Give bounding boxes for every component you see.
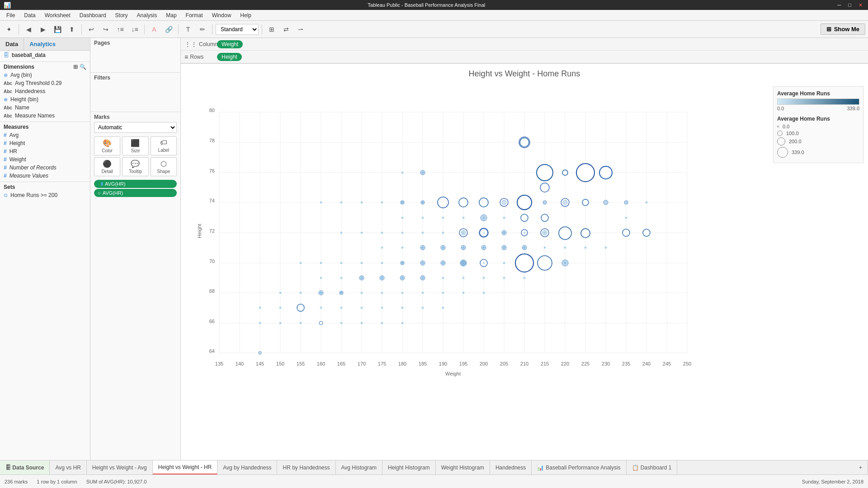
dot-big-far-right [599, 166, 612, 179]
dim-search-icon[interactable]: 🔍 [80, 64, 86, 70]
minimize-btn[interactable]: ─ [836, 2, 843, 8]
avg-hr-color-pill[interactable]: AVG(HR) [94, 180, 177, 188]
dot [340, 307, 342, 309]
menu-dashboard[interactable]: Dashboard [76, 11, 110, 19]
y-label-64: 64 [209, 348, 215, 354]
tab-height-weight-hr[interactable]: Height vs Weight - HR [153, 460, 217, 474]
close-btn[interactable]: ✕ [857, 2, 864, 8]
sort-asc-btn[interactable]: ↑≡ [114, 23, 127, 36]
measure-hr[interactable]: # HR [0, 147, 90, 155]
annotate-btn[interactable]: ✏ [196, 23, 209, 36]
fix-axes-btn[interactable]: ⊞ [265, 23, 278, 36]
tab-dashboard-1[interactable]: 📋 Dashboard 1 [627, 460, 678, 474]
dot-large-200-74 [479, 198, 488, 207]
dim-measure-names[interactable]: Abc Measure Names [0, 112, 90, 120]
set-home-runs[interactable]: ⊙ Home Runs >= 200 [0, 191, 90, 199]
measure-values[interactable]: # Measure Values [0, 172, 90, 180]
marks-type-select[interactable]: Automatic Bar Line Area Circle Shape Tex… [94, 122, 177, 133]
menu-map[interactable]: Map [162, 11, 180, 19]
dim-height-bin[interactable]: ⊕ Height (bin) [0, 95, 90, 103]
dim-avg-bin[interactable]: ⊕ Avg (bin) [0, 71, 90, 79]
data-source-row[interactable]: 🗄 baseball_data [0, 51, 90, 60]
new-btn[interactable]: ✦ [3, 23, 15, 36]
dot-big-190-74 [438, 197, 448, 208]
marks-shape-btn[interactable]: ⬡ Shape [151, 157, 177, 176]
save-btn[interactable]: 💾 [51, 23, 64, 36]
marks-size-btn[interactable]: ⬛ Size [122, 136, 148, 155]
x-label-135: 135 [215, 361, 223, 366]
tab-hr-handedness[interactable]: HR by Handedness [277, 460, 335, 474]
tab-handedness[interactable]: Handedness [490, 460, 532, 474]
dot-big-5 [521, 214, 528, 221]
dot-large-190-74 [459, 198, 468, 207]
menu-window[interactable]: Window [208, 11, 235, 19]
dot [340, 202, 342, 203]
redo-btn[interactable]: ↪ [99, 23, 112, 36]
tab-height-histogram[interactable]: Height Histogram [382, 460, 436, 474]
weight-pill[interactable]: Weight [217, 40, 243, 48]
measure-avg[interactable]: # Avg [0, 131, 90, 139]
marks-detail-btn[interactable]: ⚫ Detail [94, 157, 120, 176]
menu-story[interactable]: Story [112, 11, 132, 19]
share-btn[interactable]: ⇀ [294, 23, 307, 36]
height-pill[interactable]: Height [217, 53, 242, 61]
undo-btn[interactable]: ↩ [85, 23, 98, 36]
measure-height[interactable]: # Height [0, 139, 90, 147]
menu-analysis[interactable]: Analysis [133, 11, 161, 19]
dim-avg-threshold[interactable]: Abc Avg Threshold 0.29 [0, 79, 90, 87]
dim-grid-icon[interactable]: ⊞ [73, 64, 78, 70]
marks-color-btn[interactable]: 🎨 Color [94, 136, 120, 155]
menu-help[interactable]: Help [236, 11, 255, 19]
measure-num-records[interactable]: # Number of Records [0, 164, 90, 172]
hash-icon2: # [4, 140, 7, 146]
analytics-tab[interactable]: Analytics [24, 38, 61, 50]
tab-height-weight-avg[interactable]: Height vs Weight - Avg [87, 460, 153, 474]
tab-baseball-analysis[interactable]: 📊 Baseball Performance Analysis [532, 460, 626, 474]
data-tab[interactable]: Data [0, 38, 24, 50]
highlight-btn[interactable]: A [148, 23, 160, 36]
marks-label-btn[interactable]: 🏷 Label [151, 136, 177, 155]
avg-hr-size-pill[interactable]: ○ AVG(HR) [94, 189, 177, 197]
new-sheet-btn[interactable]: + [854, 460, 868, 474]
menu-format[interactable]: Format [182, 11, 207, 19]
x-label-240: 240 [642, 361, 651, 366]
dim-name[interactable]: Abc Name [0, 103, 90, 112]
shelf-area: ⋮⋮ Columns Weight ≡ Rows Height [181, 38, 868, 64]
publish-btn[interactable]: ⬆ [66, 23, 78, 36]
left-panel: Data Analytics 🗄 baseball_data Dimension… [0, 38, 90, 460]
text-btn[interactable]: T [182, 23, 194, 36]
globe-icon: ⊕ [4, 72, 8, 78]
tab-avg-handedness[interactable]: Avg by Handedness [217, 460, 277, 474]
tab-data-source[interactable]: 🗄 Data Source [0, 460, 50, 474]
sort-desc-btn[interactable]: ↓≡ [128, 23, 141, 36]
hash-icon3: # [4, 148, 7, 155]
tab-weight-histogram[interactable]: Weight Histogram [436, 460, 490, 474]
dot-medium [420, 170, 425, 175]
avg-hr-color-label: AVG(HR) [105, 181, 126, 187]
link-btn[interactable]: 🔗 [162, 23, 175, 36]
view-select[interactable]: Standard Fit Width Fit Height Entire Vie… [216, 24, 259, 35]
maximize-btn[interactable]: □ [846, 2, 853, 8]
hash-icon1: # [4, 132, 7, 138]
dot-medium [340, 291, 343, 295]
tab-avg-vs-hr[interactable]: Avg vs HR [50, 460, 86, 474]
marks-tooltip-btn[interactable]: 💬 Tooltip [122, 157, 148, 176]
menu-worksheet[interactable]: Worksheet [41, 11, 74, 19]
abc-icon2: Abc [4, 89, 12, 94]
y-label-78: 78 [209, 138, 215, 143]
rows-icon: ≡ [184, 53, 188, 61]
columns-shelf: ⋮⋮ Columns Weight [181, 38, 868, 51]
back-btn[interactable]: ◀ [22, 23, 35, 36]
dot-huge-2 [517, 195, 532, 210]
menu-file[interactable]: File [3, 11, 19, 19]
dot-medium [420, 261, 425, 265]
dot [401, 247, 403, 249]
tab-avg-histogram[interactable]: Avg Histogram [336, 460, 382, 474]
forward-btn[interactable]: ▶ [37, 23, 49, 36]
swap-btn[interactable]: ⇄ [280, 23, 292, 36]
legend-size-0: 0.0 [777, 124, 859, 129]
menu-data[interactable]: Data [20, 11, 39, 19]
show-me-button[interactable]: ⊞ Show Me [821, 23, 865, 35]
measure-weight[interactable]: # Weight [0, 155, 90, 164]
dim-handedness[interactable]: Abc Handedness [0, 87, 90, 95]
